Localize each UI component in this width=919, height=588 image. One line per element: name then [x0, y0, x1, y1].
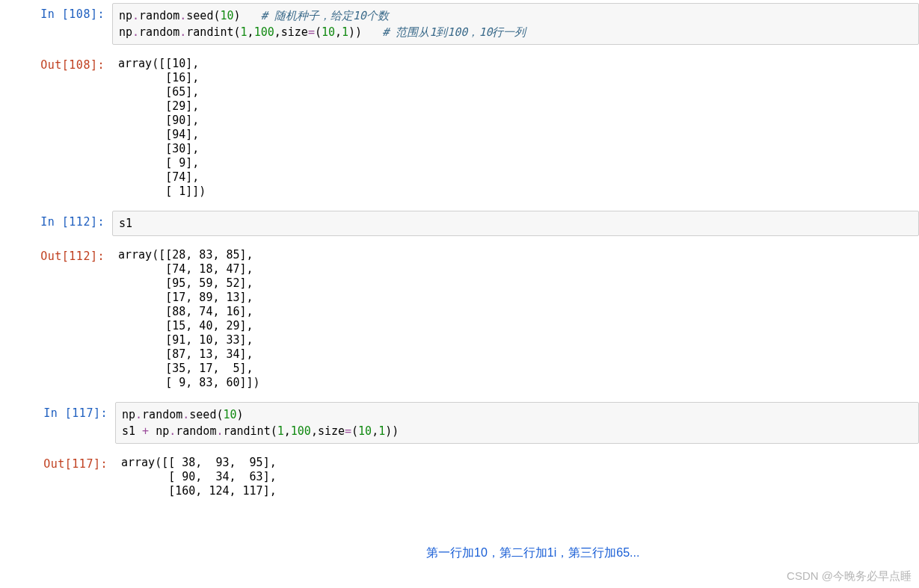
code-token: ) — [237, 408, 244, 421]
code-token: 100 — [254, 25, 274, 39]
code-token: 1 — [277, 424, 284, 438]
code-token: random — [142, 408, 182, 421]
code-token: 10 — [220, 9, 233, 22]
code-token: ( — [234, 25, 241, 39]
output-117: array([[ 38, 93, 95], [ 90, 34, 63], [16… — [115, 453, 919, 501]
cell-108-input: In [108]: np.random.seed(10) # 随机种子，给定10… — [0, 0, 919, 51]
code-token: = — [345, 424, 351, 438]
annotation-text: 第一行加10，第二行加1i，第三行加65... — [426, 545, 639, 561]
code-token: . — [135, 408, 142, 421]
cell-108-output: Out[108]: array([[10], [16], [65], [29],… — [0, 51, 919, 208]
code-token: seed — [189, 408, 216, 421]
code-token: ) — [385, 424, 392, 438]
code-token: , — [274, 25, 281, 39]
code-token: . — [179, 9, 186, 22]
code-input-112[interactable]: s1 — [112, 211, 919, 236]
code-token: 1 — [342, 25, 348, 39]
code-token: np — [156, 424, 169, 438]
code-comment: # 随机种子，给定10个数 — [261, 9, 389, 22]
code-token: size — [318, 424, 345, 438]
cell-112-input: In [112]: s1 — [0, 208, 919, 242]
code-token: np — [119, 9, 132, 22]
code-token: 10 — [223, 408, 236, 421]
code-token: , — [284, 424, 291, 438]
code-token: np — [119, 25, 132, 39]
code-token: ) — [348, 25, 355, 39]
cell-112-output: Out[112]: array([[28, 83, 85], [74, 18, … — [0, 242, 919, 399]
code-token: . — [182, 408, 189, 421]
code-token: ) — [355, 25, 362, 39]
code-comment: # 范围从1到100，10行一列 — [382, 25, 526, 39]
code-token: ( — [271, 424, 277, 438]
code-input-108[interactable]: np.random.seed(10) # 随机种子，给定10个数 np.rand… — [112, 3, 919, 45]
code-token: . — [179, 25, 186, 39]
out-prompt-108: Out[108]: — [0, 54, 112, 72]
code-token: random — [139, 9, 179, 22]
code-token: ( — [315, 25, 322, 39]
code-token: = — [308, 25, 315, 39]
code-token: , — [335, 25, 342, 39]
code-token: 10 — [322, 25, 335, 39]
in-prompt-108: In [108]: — [0, 3, 112, 21]
code-token: , — [311, 424, 318, 438]
code-token: randint — [223, 424, 270, 438]
out-prompt-112: Out[112]: — [0, 245, 112, 263]
code-token: random — [176, 424, 216, 438]
code-token — [241, 9, 261, 22]
in-prompt-112: In [112]: — [0, 211, 112, 229]
in-prompt-117: In [117]: — [0, 402, 115, 420]
code-token: , — [372, 424, 378, 438]
code-token: size — [281, 25, 308, 39]
out-prompt-117: Out[117]: — [0, 453, 115, 471]
code-token — [149, 424, 156, 438]
code-token: . — [132, 25, 139, 39]
code-token: . — [132, 9, 139, 22]
code-token: . — [169, 424, 176, 438]
code-token: , — [248, 25, 254, 39]
code-token: randint — [186, 25, 233, 39]
code-token: 100 — [291, 424, 311, 438]
output-108: array([[10], [16], [65], [29], [90], [94… — [112, 54, 919, 202]
code-token: s1 — [122, 424, 142, 438]
code-token: np — [122, 408, 135, 421]
code-input-117[interactable]: np.random.seed(10) s1 + np.random.randin… — [115, 402, 919, 444]
code-token: 1 — [241, 25, 248, 39]
notebook: In [108]: np.random.seed(10) # 随机种子，给定10… — [0, 0, 919, 507]
code-token: + — [142, 424, 149, 438]
code-token: 1 — [378, 424, 385, 438]
output-112: array([[28, 83, 85], [74, 18, 47], [95, … — [112, 245, 919, 393]
code-token — [362, 25, 382, 39]
code-token: 10 — [358, 424, 372, 438]
cell-117-output: Out[117]: array([[ 38, 93, 95], [ 90, 34… — [0, 450, 919, 507]
code-token: random — [139, 25, 179, 39]
watermark-text: CSDN @今晚务必早点睡 — [787, 569, 912, 584]
code-token: s1 — [119, 217, 132, 230]
cell-117-input: In [117]: np.random.seed(10) s1 + np.ran… — [0, 399, 919, 450]
code-token: ) — [392, 424, 399, 438]
code-token: ( — [351, 424, 358, 438]
code-token: seed — [186, 9, 213, 22]
code-token: ) — [234, 9, 241, 22]
